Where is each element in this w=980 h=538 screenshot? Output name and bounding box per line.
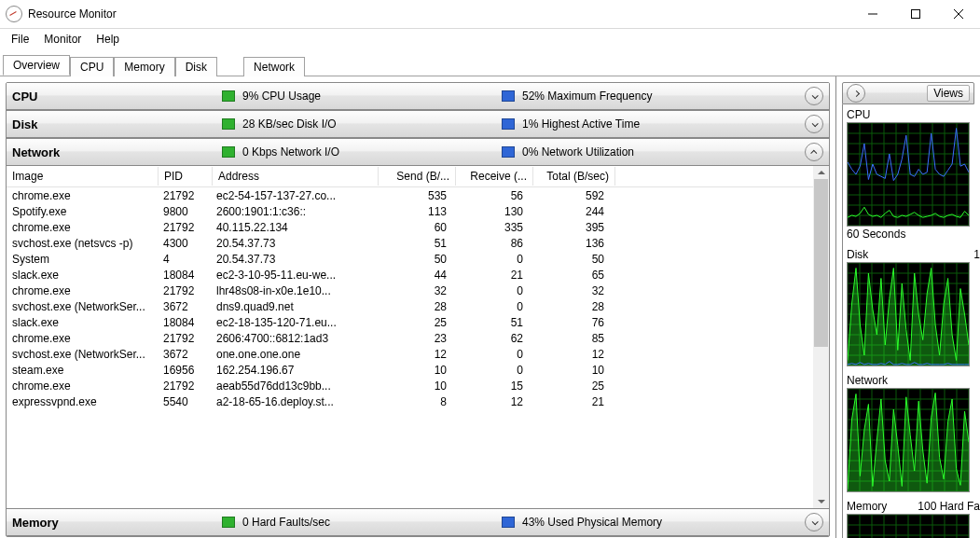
- maximize-button[interactable]: [894, 0, 937, 28]
- mini-chart-title: CPU: [847, 108, 870, 121]
- cell-pid: 21792: [158, 379, 211, 393]
- cell-image: expressvpnd.exe: [7, 394, 158, 409]
- cell-total: 244: [529, 204, 610, 219]
- table-scrollbar[interactable]: [813, 166, 829, 508]
- cell-pid: 21792: [158, 331, 211, 346]
- cell-address: dns9.quad9.net: [211, 299, 376, 314]
- table-row[interactable]: svchost.exe (netsvcs -p)430020.54.37.735…: [7, 235, 829, 251]
- cell-send: 28: [376, 299, 452, 314]
- section-title-network: Network: [12, 145, 222, 159]
- tab-disk[interactable]: Disk: [175, 57, 217, 76]
- table-row[interactable]: slack.exe18084ec2-18-135-120-71.eu...255…: [7, 314, 829, 330]
- cell-total: 592: [529, 188, 610, 203]
- cell-pid: 5540: [158, 394, 211, 409]
- col-address[interactable]: Address: [213, 167, 379, 186]
- mini-chart-title: Network: [847, 374, 888, 387]
- cell-receive: 0: [452, 252, 529, 267]
- cell-send: 535: [376, 188, 452, 203]
- cell-total: 395: [529, 220, 610, 235]
- table-row[interactable]: chrome.exe2179240.115.22.13460335395: [7, 219, 829, 235]
- cell-receive: 86: [452, 236, 529, 251]
- cell-send: 10: [376, 363, 452, 378]
- table-row[interactable]: chrome.exe21792aeab55d76dd13c9bb...10152…: [7, 378, 829, 393]
- cell-send: 51: [376, 236, 452, 251]
- cell-address: 2606:4700::6812:1ad3: [211, 331, 376, 346]
- cell-send: 23: [376, 331, 452, 346]
- menu-help[interactable]: Help: [89, 31, 127, 48]
- cell-total: 32: [529, 283, 610, 298]
- section-header-disk[interactable]: Disk 28 KB/sec Disk I/O 1% Highest Activ…: [7, 111, 829, 138]
- expand-disk-button[interactable]: [805, 115, 823, 133]
- close-button[interactable]: [937, 0, 980, 28]
- cell-image: svchost.exe (NetworkSer...: [7, 347, 158, 362]
- expand-memory-button[interactable]: [805, 513, 823, 531]
- mini-chart-graph: [847, 388, 970, 492]
- cell-receive: 51: [452, 315, 529, 330]
- cell-receive: 0: [452, 283, 529, 298]
- menu-monitor[interactable]: Monitor: [36, 31, 89, 48]
- table-row[interactable]: chrome.exe21792ec2-54-157-137-27.co...53…: [7, 187, 829, 203]
- mini-chart: Network: [847, 374, 980, 492]
- minimize-button[interactable]: [851, 0, 894, 28]
- cell-address: aeab55d76dd13c9bb...: [211, 379, 376, 393]
- cell-image: chrome.exe: [7, 331, 158, 346]
- cell-pid: 3672: [158, 347, 211, 362]
- table-row[interactable]: System420.54.37.7350050: [7, 251, 829, 267]
- tab-cpu[interactable]: CPU: [70, 57, 114, 76]
- collapse-network-button[interactable]: [805, 143, 823, 161]
- cell-send: 50: [376, 252, 452, 267]
- col-image[interactable]: Image: [7, 167, 159, 186]
- cell-image: svchost.exe (netsvcs -p): [7, 236, 158, 251]
- section-header-memory[interactable]: Memory 0 Hard Faults/sec 43% Used Physic…: [7, 509, 829, 536]
- title-bar: Resource Monitor: [0, 0, 980, 29]
- tab-network[interactable]: Network: [243, 57, 305, 76]
- table-row[interactable]: svchost.exe (NetworkSer...3672one.one.on…: [7, 346, 829, 362]
- chevron-down-icon: [811, 120, 818, 127]
- mini-chart-graph: [847, 122, 970, 227]
- col-send[interactable]: Send (B/...: [379, 167, 456, 186]
- cell-image: System: [7, 252, 158, 267]
- table-row[interactable]: Spotify.exe98002600:1901:1:c36::11313024…: [7, 203, 829, 219]
- cell-receive: 0: [452, 299, 529, 314]
- col-pid[interactable]: PID: [159, 167, 213, 186]
- disk-active-icon: [502, 118, 515, 130]
- cell-send: 12: [376, 347, 452, 362]
- tab-overview[interactable]: Overview: [3, 55, 70, 76]
- section-header-network[interactable]: Network 0 Kbps Network I/O 0% Network Ut…: [7, 139, 829, 166]
- cell-total: 12: [529, 347, 610, 362]
- cell-total: 50: [529, 252, 610, 267]
- mini-chart-title: Memory: [847, 500, 887, 513]
- tab-memory[interactable]: Memory: [114, 57, 174, 76]
- table-row[interactable]: steam.exe16956162.254.196.6710010: [7, 362, 829, 378]
- cell-image: chrome.exe: [7, 379, 158, 393]
- section-header-cpu[interactable]: CPU 9% CPU Usage 52% Maximum Frequency: [7, 83, 829, 110]
- table-row[interactable]: chrome.exe217922606:4700::6812:1ad323628…: [7, 330, 829, 346]
- col-total[interactable]: Total (B/sec): [533, 167, 615, 186]
- cell-address: 20.54.37.73: [211, 236, 376, 251]
- table-header: Image PID Address Send (B/... Receive (.…: [7, 166, 829, 187]
- cell-image: slack.exe: [7, 268, 158, 283]
- table-row[interactable]: slack.exe18084ec2-3-10-95-11.eu-we...442…: [7, 267, 829, 283]
- net-util-icon: [502, 146, 515, 158]
- cell-receive: 335: [452, 220, 529, 235]
- mem-used-text: 43% Used Physical Memory: [522, 516, 662, 529]
- cell-send: 60: [376, 220, 452, 235]
- window-title: Resource Monitor: [28, 7, 117, 21]
- cell-total: 25: [529, 379, 610, 393]
- scroll-up-icon[interactable]: [813, 166, 829, 179]
- cell-pid: 18084: [158, 315, 211, 330]
- table-row[interactable]: svchost.exe (NetworkSer...3672dns9.quad9…: [7, 298, 829, 314]
- cell-address: ec2-3-10-95-11.eu-we...: [211, 268, 376, 283]
- collapse-side-button[interactable]: [847, 84, 865, 103]
- cell-send: 8: [376, 394, 452, 409]
- table-row[interactable]: expressvpnd.exe5540a2-18-65-16.deploy.st…: [7, 393, 829, 409]
- views-button[interactable]: Views: [927, 85, 970, 102]
- expand-cpu-button[interactable]: [805, 87, 823, 105]
- cell-send: 113: [376, 204, 452, 219]
- cell-image: chrome.exe: [7, 188, 158, 203]
- menu-file[interactable]: File: [4, 31, 36, 48]
- scroll-down-icon[interactable]: [813, 495, 829, 508]
- col-receive[interactable]: Receive (...: [456, 167, 533, 186]
- table-row[interactable]: chrome.exe21792lhr48s08-in-x0e.1e10...32…: [7, 283, 829, 298]
- scroll-thumb[interactable]: [814, 179, 828, 347]
